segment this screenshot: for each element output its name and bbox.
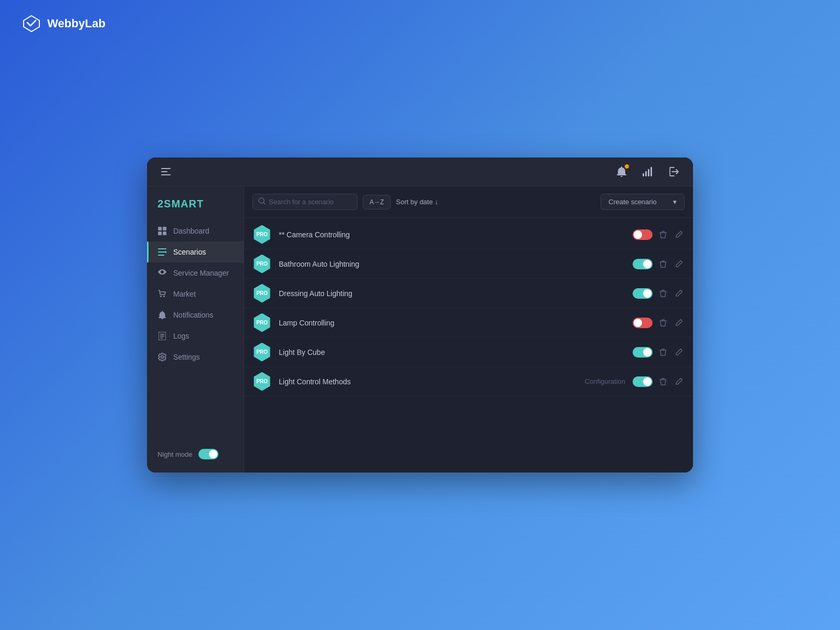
search-input[interactable] [269, 198, 352, 206]
svg-point-15 [160, 296, 162, 297]
scenario-actions-1 [633, 229, 685, 240]
scenario-delete-3[interactable] [658, 288, 668, 299]
scenario-edit-5[interactable] [674, 346, 685, 358]
scenario-edit-1[interactable] [674, 229, 685, 240]
hamburger-button[interactable] [158, 163, 174, 180]
sidebar-item-label-settings: Settings [173, 353, 200, 361]
sidebar-item-label-market: Market [173, 290, 196, 298]
scenario-name-1: ** Camera Controlling [279, 230, 633, 239]
create-scenario-button[interactable]: Create scenario ▾ [601, 194, 685, 210]
sidebar-item-label-notifications: Notifications [173, 311, 213, 319]
scenario-delete-6[interactable] [658, 376, 668, 387]
scenario-name-5: Light By Cube [279, 348, 633, 356]
svg-rect-3 [643, 173, 644, 176]
search-box[interactable] [253, 194, 358, 210]
scenario-toggle-thumb-2 [643, 260, 652, 268]
logout-button[interactable] [666, 163, 682, 180]
svg-rect-11 [158, 248, 166, 249]
notifications-header-button[interactable] [613, 163, 630, 180]
scenario-toggle-thumb-1 [634, 230, 642, 239]
svg-rect-1 [161, 171, 167, 172]
sidebar-item-label-scenarios: Scenarios [173, 248, 206, 256]
scenario-toggle-3[interactable] [633, 288, 653, 299]
service-manager-icon [158, 268, 167, 278]
search-icon [258, 197, 266, 206]
svg-rect-12 [158, 251, 166, 253]
sort-az-button[interactable]: A→Z [363, 195, 391, 209]
sidebar-item-logs[interactable]: Logs [147, 326, 244, 346]
scenario-toggle-thumb-6 [643, 377, 652, 386]
svg-rect-19 [160, 336, 164, 337]
svg-point-16 [163, 296, 165, 297]
app-body: 2SMART Dashboard Scenarios Service Manag… [147, 186, 693, 472]
scenario-toggle-5[interactable] [633, 347, 653, 358]
scenario-row: PRO Light By Cube [244, 338, 693, 367]
sidebar-item-label-dashboard: Dashboard [173, 227, 209, 235]
svg-rect-13 [158, 255, 164, 256]
night-mode-toggle[interactable] [198, 449, 218, 459]
scenario-edit-3[interactable] [674, 288, 685, 299]
scenario-edit-4[interactable] [674, 317, 685, 328]
header-right [613, 163, 682, 180]
sidebar-item-dashboard[interactable]: Dashboard [147, 220, 244, 242]
night-mode-toggle-thumb [209, 450, 217, 458]
header-left [158, 163, 174, 180]
pro-badge-6: PRO [253, 372, 271, 391]
scenario-actions-2 [633, 258, 685, 270]
scenario-actions-4 [633, 317, 685, 329]
scenario-row: PRO Light Control Methods Configuration [244, 367, 693, 396]
scenario-row: PRO ** Camera Controlling [244, 220, 693, 249]
sidebar-item-service-manager[interactable]: Service Manager [147, 262, 244, 284]
svg-rect-0 [161, 168, 171, 169]
sidebar-item-market[interactable]: Market [147, 284, 244, 304]
svg-rect-7 [158, 227, 162, 230]
scenario-config-label-6: Configuration [585, 377, 625, 385]
sidebar-item-notifications[interactable]: Notifications [147, 304, 244, 326]
sidebar-item-scenarios[interactable]: Scenarios [147, 242, 244, 262]
scenario-toggle-6[interactable] [633, 376, 653, 387]
svg-rect-18 [160, 334, 164, 335]
scenarios-icon [158, 247, 167, 257]
scenario-row: PRO Dressing Auto Lighting [244, 279, 693, 308]
svg-rect-20 [160, 338, 163, 339]
signal-button[interactable] [639, 163, 656, 180]
scenario-row: PRO Bathroom Auto Lightning [244, 249, 693, 279]
scenario-row: PRO Lamp Controlling [244, 308, 693, 338]
main-content: A→Z Sort by date ↓ Create scenario ▾ PRO… [244, 186, 693, 472]
dashboard-icon [158, 226, 167, 236]
notification-badge [625, 164, 629, 169]
svg-rect-6 [650, 167, 652, 176]
market-icon [158, 289, 167, 299]
webbylab-text: WebbyLab [47, 17, 106, 30]
nav-items: Dashboard Scenarios Service Manager Mark… [147, 220, 244, 368]
notifications-icon [158, 310, 167, 320]
scenario-delete-5[interactable] [658, 346, 668, 358]
webbylab-logo: WebbyLab [21, 13, 106, 34]
pro-badge-3: PRO [253, 284, 271, 303]
scenario-name-6: Light Control Methods [279, 377, 585, 386]
svg-rect-4 [645, 171, 647, 176]
create-scenario-label: Create scenario [608, 198, 657, 206]
scenario-actions-6 [633, 376, 685, 387]
svg-rect-5 [648, 169, 649, 176]
scenario-actions-3 [633, 288, 685, 299]
scenario-actions-5 [633, 346, 685, 358]
scenario-toggle-1[interactable] [633, 229, 653, 240]
scenario-toggle-thumb-5 [643, 348, 652, 356]
scenario-toggle-4[interactable] [633, 318, 653, 328]
sidebar-item-settings[interactable]: Settings [147, 346, 244, 368]
svg-rect-2 [161, 174, 171, 175]
create-scenario-chevron: ▾ [673, 198, 677, 206]
scenario-edit-2[interactable] [674, 258, 685, 269]
scenario-edit-6[interactable] [674, 376, 685, 387]
scenario-delete-2[interactable] [658, 258, 668, 270]
scenario-toggle-2[interactable] [633, 259, 653, 269]
brand: 2SMART [147, 192, 244, 220]
scenario-name-3: Dressing Auto Lighting [279, 289, 633, 298]
scenario-delete-4[interactable] [658, 317, 668, 329]
logs-icon [158, 331, 167, 341]
scenario-toggle-thumb-4 [634, 319, 642, 327]
scenario-name-2: Bathroom Auto Lightning [279, 260, 633, 268]
scenario-delete-1[interactable] [658, 229, 668, 240]
sort-date-button[interactable]: Sort by date ↓ [396, 198, 438, 206]
